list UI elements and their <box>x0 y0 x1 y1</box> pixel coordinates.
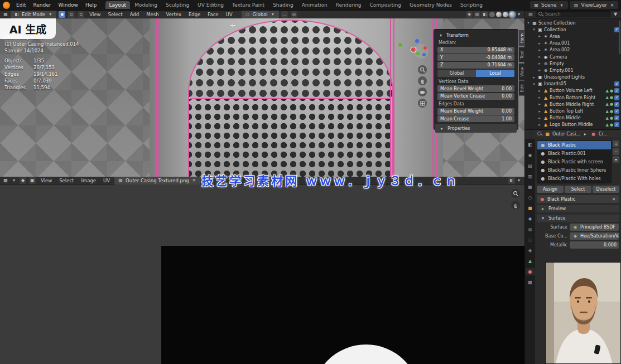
object-checkbox[interactable]: ✓ <box>614 109 619 114</box>
tab-modifiers[interactable]: ◆ <box>526 215 535 222</box>
workspace-tab-animation[interactable]: Animation <box>298 1 331 9</box>
tab-object[interactable]: ■ <box>526 205 535 212</box>
object-checkbox[interactable]: ✓ <box>614 88 619 93</box>
outliner-search-input[interactable] <box>545 12 608 17</box>
menu-face[interactable]: Face <box>205 11 221 18</box>
show-gizmo-icon[interactable]: ◈ <box>466 11 473 18</box>
material-slot[interactable]: ●Black/Plastic Inner Sphere <box>537 166 611 174</box>
proportional-editing-icon[interactable]: ◎ <box>291 11 297 18</box>
menu-edge[interactable]: Edge <box>186 11 203 18</box>
mode-dropdown[interactable]: ◧ Edit Mode ▾ <box>11 11 56 18</box>
navigation-gizmo[interactable] <box>414 44 429 59</box>
speaker-grille-mesh[interactable] <box>188 20 393 177</box>
material-slot[interactable]: ●Black Plastic <box>537 141 611 149</box>
zoom-icon[interactable] <box>418 65 427 74</box>
mean-crease-field[interactable]: Mean Crease1.00 <box>437 115 514 122</box>
object-checkbox[interactable]: ✓ <box>614 95 619 100</box>
sidebar-tab-view[interactable]: View <box>519 64 525 80</box>
collapse-arrow-icon[interactable]: ▾ <box>437 32 444 38</box>
edge-select-icon[interactable]: ▫ <box>68 11 75 18</box>
unlink-icon[interactable]: ✕ <box>610 196 617 202</box>
zoom-icon[interactable] <box>511 189 520 198</box>
tab-material[interactable]: ● <box>526 268 535 275</box>
menu-help[interactable]: Help <box>82 1 100 9</box>
workspace-tab-modeling[interactable]: Modeling <box>131 1 161 9</box>
material-slot[interactable]: ●Black Plastic.001 <box>537 149 611 158</box>
shading-dropdown-icon[interactable]: ▾ <box>516 11 522 18</box>
display-channels-icon[interactable]: ◐ <box>508 177 515 184</box>
tab-tool[interactable]: ◧ <box>526 141 535 148</box>
menu-add[interactable]: Add <box>127 11 142 18</box>
chevron-down-icon[interactable]: ▾ <box>516 177 522 184</box>
menu-view[interactable]: View <box>38 177 55 184</box>
tab-scene[interactable]: ▦ <box>526 183 535 191</box>
outliner-row-button-volume-left[interactable]: ▸▲Button Volume Left ▲●✓ <box>525 88 621 94</box>
pan-hand-icon[interactable] <box>511 201 520 210</box>
properties-subpanel[interactable]: ▸ Properties <box>435 124 517 133</box>
orientation-dropdown[interactable]: ○ Global ▾ <box>242 11 279 18</box>
tab-output[interactable]: ▤ <box>526 162 535 169</box>
workspace-tab-compositing[interactable]: Compositing <box>366 1 405 9</box>
deselect-button[interactable]: Deselect <box>593 186 619 193</box>
gizmo-z-axis-handle[interactable] <box>415 39 419 43</box>
chevron-down-icon[interactable]: ▾ <box>11 177 17 184</box>
breadcrumb-material[interactable]: Cr... <box>599 132 608 137</box>
workspace-tab-texture-paint[interactable]: Texture Paint <box>228 1 268 9</box>
outliner-row-area[interactable]: ▸☀Area <box>525 33 621 40</box>
median-x-field[interactable]: X0.85448 m <box>437 47 514 54</box>
show-overlays-icon[interactable]: ◍ <box>474 11 480 18</box>
outliner-row-innards[interactable]: ▾▣Innards05 ✓ <box>525 81 621 88</box>
workspace-tab-layout[interactable]: Layout <box>105 1 131 9</box>
camera-view-icon[interactable] <box>418 88 427 96</box>
tab-world[interactable]: ○ <box>526 194 535 201</box>
outliner-editor-icon[interactable]: ▤ <box>527 11 534 18</box>
close-icon[interactable]: ✕ <box>609 2 615 8</box>
edge-bevel-weight-field[interactable]: Mean Bevel Weight0.00 <box>437 108 514 115</box>
ortho-toggle-icon[interactable] <box>418 99 427 108</box>
median-z-field[interactable]: Z0.71604 m <box>437 62 514 69</box>
sidebar-tab-item[interactable]: Item <box>519 30 525 46</box>
expand-arrow-icon[interactable]: ▾ <box>532 27 536 32</box>
outliner-row-empty[interactable]: ▸⊕Empty <box>525 60 621 67</box>
outliner-row-empty-001[interactable]: ▸⊕Empty.001 <box>525 67 621 74</box>
blender-logo-icon[interactable] <box>3 2 10 9</box>
global-button[interactable]: Global <box>437 70 476 77</box>
scene-selector[interactable]: ▦ Scene ▾ <box>530 1 567 9</box>
outliner-scrollbar[interactable] <box>619 21 620 54</box>
workspace-tab-scripting[interactable]: Scripting <box>456 1 487 9</box>
menu-edit[interactable]: Edit <box>13 1 29 9</box>
outliner-row-scene-collection[interactable]: ▾ ▦ Scene Collection <box>525 20 621 26</box>
outliner-row-button-middle[interactable]: ▸▲Button Middle ▲●✓ <box>525 115 621 122</box>
workspace-tab-sculpting[interactable]: Sculpting <box>162 1 193 9</box>
outliner-row-camera[interactable]: ▸◉Camera <box>525 54 621 60</box>
menu-window[interactable]: Window <box>55 1 81 9</box>
shading-material-icon[interactable] <box>503 12 508 17</box>
gizmo-y-axis-handle[interactable] <box>398 43 402 47</box>
median-y-field[interactable]: Y-0.04084 m <box>437 54 514 61</box>
vertex-select-icon[interactable]: ▪ <box>59 11 65 18</box>
pan-hand-icon[interactable] <box>418 76 427 85</box>
shading-rendered-icon[interactable] <box>509 12 515 17</box>
workspace-tab-rendering[interactable]: Rendering <box>332 1 365 9</box>
outliner-row-area-002[interactable]: ▸☀Area.002 <box>525 47 621 54</box>
slot-specials-button[interactable]: ▾ <box>613 156 619 163</box>
menu-select[interactable]: Select <box>105 11 126 18</box>
tab-object-data[interactable]: ▲ <box>526 258 535 265</box>
mean-vertex-crease-field[interactable]: Mean Vertex Crease0.00 <box>437 93 514 100</box>
outliner-row-logo-button-middle[interactable]: ▸▲Logo Button Middle ▲●✓ <box>525 122 621 128</box>
tab-view-layer[interactable]: ▥ <box>526 173 535 180</box>
xray-toggle-icon[interactable]: ◧ <box>482 11 488 18</box>
menu-render[interactable]: Render <box>30 1 54 9</box>
object-checkbox[interactable]: ✓ <box>614 122 619 127</box>
material-slot[interactable]: ●Black/Plastic With holes <box>537 174 611 183</box>
material-datablock-field[interactable]: ● Black Plastic ✕ <box>537 195 619 203</box>
editor-type-icon[interactable]: ▦ <box>2 11 9 18</box>
menu-select[interactable]: Select <box>56 177 76 184</box>
remove-slot-button[interactable]: − <box>613 148 619 155</box>
workspace-tab-shading[interactable]: Shading <box>269 1 297 9</box>
outliner-search[interactable] <box>536 11 610 17</box>
image-editor-type-icon[interactable]: ▩ <box>2 177 9 184</box>
outliner-row-collection[interactable]: ▾ ▣ Collection ✓ <box>525 26 621 33</box>
tab-texture[interactable]: ▩ <box>526 279 535 286</box>
shading-wireframe-icon[interactable] <box>489 12 495 17</box>
